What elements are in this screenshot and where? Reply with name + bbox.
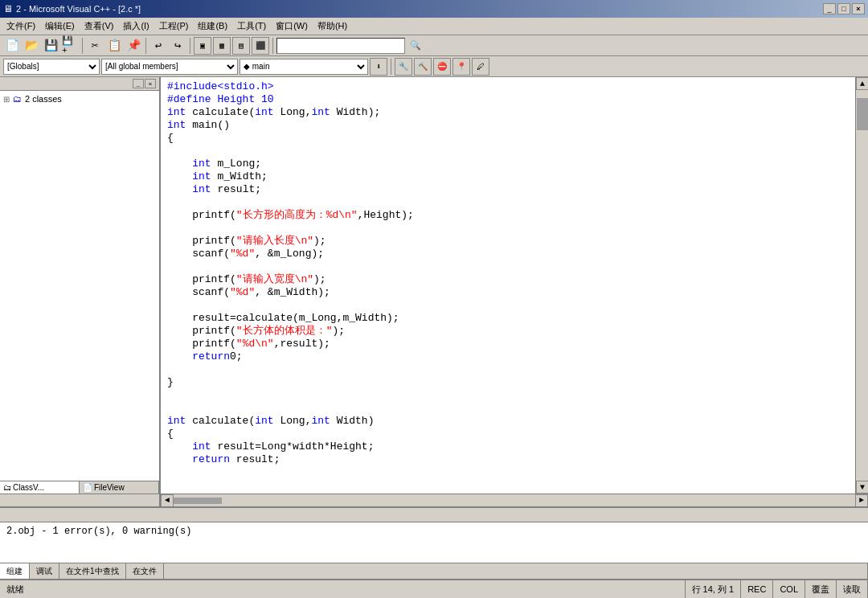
save-button[interactable]: 💾 <box>42 37 59 55</box>
minimize-button[interactable]: _ <box>823 3 836 14</box>
output-tab-findinfiles2[interactable]: 在文件 <box>126 563 164 579</box>
status-bar: 就绪 行 14, 列 1 REC COL 覆盖 读取 <box>0 579 868 598</box>
code-editor[interactable]: #include<stdio.h> #define Height 10 int … <box>161 77 855 494</box>
menu-bar: 文件(F) 编辑(E) 查看(V) 插入(I) 工程(P) 组建(B) 工具(T… <box>0 18 868 35</box>
cut-button[interactable]: ✂ <box>86 37 104 55</box>
code-line: int m_Long; <box>167 158 849 170</box>
rec-text: REC <box>747 584 766 594</box>
scroll-up-button[interactable]: ▲ <box>856 77 868 90</box>
members-combo[interactable]: [All global members] <box>101 59 238 75</box>
status-rec: REC <box>741 580 773 598</box>
code-line: return0; <box>167 350 849 363</box>
classwiz-btn5[interactable]: 🖊 <box>472 58 489 76</box>
sep2 <box>145 38 146 54</box>
classwiz-btn2[interactable]: 🔨 <box>414 58 432 76</box>
build-btn4[interactable]: ⬛ <box>252 37 269 55</box>
globals-combo[interactable]: [Globals] <box>3 59 100 75</box>
menu-view[interactable]: 查看(V) <box>80 18 119 34</box>
search-input[interactable] <box>276 38 405 54</box>
undo-button[interactable]: ↩ <box>149 37 167 55</box>
combo-go-button[interactable]: ⬇ <box>370 58 387 76</box>
output-text: 2.obj - 1 error(s), 0 warning(s) <box>6 526 191 537</box>
horizontal-scroll-area: ◄ ► <box>0 494 868 506</box>
build-btn1[interactable]: ▣ <box>194 37 211 55</box>
code-line: int calculate(int Long,int Width) <box>167 415 849 428</box>
menu-file[interactable]: 文件(F) <box>2 18 40 34</box>
code-line: int result; <box>167 183 849 196</box>
code-line <box>167 389 849 402</box>
scroll-right-button[interactable]: ► <box>855 494 868 507</box>
build-btn2[interactable]: ▦ <box>213 37 231 55</box>
menu-insert[interactable]: 插入(I) <box>118 18 154 34</box>
sep5 <box>391 59 391 75</box>
main-combo[interactable]: ◆ main <box>240 59 368 75</box>
code-line: int main() <box>167 119 849 132</box>
code-line: printf("长方体的体积是："); <box>167 325 849 338</box>
sep1 <box>82 38 83 54</box>
panel-close[interactable]: × <box>145 79 156 88</box>
code-line: scanf("%d", &m_Width); <box>167 286 849 299</box>
copy-button[interactable]: 📋 <box>105 37 123 55</box>
sep3 <box>190 38 190 54</box>
status-coverage: 覆盖 <box>805 580 837 598</box>
app-icon: 🖥 <box>3 3 13 14</box>
scroll-down-button[interactable]: ▼ <box>856 481 868 494</box>
code-line: return result; <box>167 453 849 466</box>
hscroll-track[interactable] <box>174 498 855 504</box>
open-button[interactable]: 📂 <box>23 37 40 55</box>
save-all-button[interactable]: 💾+ <box>61 37 79 55</box>
search-button[interactable]: 🔍 <box>407 37 424 55</box>
vertical-scrollbar: ▲ ▼ <box>855 77 868 494</box>
output-tab-debug[interactable]: 调试 <box>30 563 59 579</box>
status-position: 行 14, 列 1 <box>686 580 742 598</box>
paste-button[interactable]: 📌 <box>125 37 142 55</box>
classwiz-btn4[interactable]: 📍 <box>452 58 470 76</box>
close-button[interactable]: × <box>852 3 865 14</box>
classwiz-btn1[interactable]: 🔧 <box>395 58 412 76</box>
menu-window[interactable]: 窗口(W) <box>271 18 313 34</box>
hscroll-bar[interactable]: ◄ ► <box>161 494 868 506</box>
window-controls: _ □ × <box>823 3 865 14</box>
status-text: 就绪 <box>6 584 24 596</box>
output-tab-findinfiles1[interactable]: 在文件1中查找 <box>59 563 126 579</box>
maximize-button[interactable]: □ <box>837 3 850 14</box>
classwiz-btn3[interactable]: ⛔ <box>433 58 451 76</box>
code-line: printf("请输入宽度\n"); <box>167 273 849 286</box>
panel-minimize[interactable]: _ <box>133 79 144 88</box>
col-text: COL <box>780 584 798 594</box>
menu-tools[interactable]: 工具(T) <box>232 18 271 34</box>
code-line <box>167 196 849 209</box>
menu-project[interactable]: 工程(P) <box>154 18 194 34</box>
left-panel-content: ⊞ 🗂 2 classes <box>0 91 159 481</box>
menu-help[interactable]: 帮助(H) <box>313 18 352 34</box>
code-line: result=calculate(m_Long,m_Width); <box>167 312 849 325</box>
build-btn3[interactable]: ▤ <box>232 37 250 55</box>
menu-build[interactable]: 组建(B) <box>193 18 232 34</box>
scroll-thumb[interactable] <box>857 98 868 130</box>
left-panel-spacer <box>0 494 161 506</box>
redo-button[interactable]: ↪ <box>169 37 186 55</box>
left-panel-header: _ × <box>0 77 159 91</box>
toolbar1: 📄 📂 💾 💾+ ✂ 📋 📌 ↩ ↪ ▣ ▦ ▤ ⬛ 🔍 <box>0 35 868 56</box>
scroll-left-button[interactable]: ◄ <box>161 494 174 507</box>
fileview-icon: 📄 <box>83 483 92 492</box>
fileview-tab[interactable]: 📄 FileView <box>80 481 159 494</box>
code-line <box>167 145 849 158</box>
left-panel: _ × ⊞ 🗂 2 classes 🗂 ClassV... 📄 Fil <box>0 77 161 494</box>
scroll-track[interactable] <box>856 90 868 481</box>
code-line <box>167 299 849 312</box>
classview-tab[interactable]: 🗂 ClassV... <box>0 481 80 494</box>
new-button[interactable]: 📄 <box>3 37 21 55</box>
code-line: #include<stdio.h> <box>167 80 849 93</box>
classes-label: 2 classes <box>25 94 62 104</box>
output-tab-build[interactable]: 组建 <box>0 563 30 579</box>
output-panel: 2.obj - 1 error(s), 0 warning(s) 组建 调试 在… <box>0 506 868 579</box>
status-main: 就绪 <box>0 580 686 598</box>
hscroll-thumb[interactable] <box>174 498 222 504</box>
editor-area: #include<stdio.h> #define Height 10 int … <box>161 77 868 494</box>
left-panel-tabs: 🗂 ClassV... 📄 FileView <box>0 481 159 494</box>
output-tabs: 组建 调试 在文件1中查找 在文件 <box>0 563 868 579</box>
code-line: int calculate(int Long,int Width); <box>167 106 849 119</box>
menu-edit[interactable]: 编辑(E) <box>40 18 80 34</box>
code-line: int m_Width; <box>167 170 849 183</box>
